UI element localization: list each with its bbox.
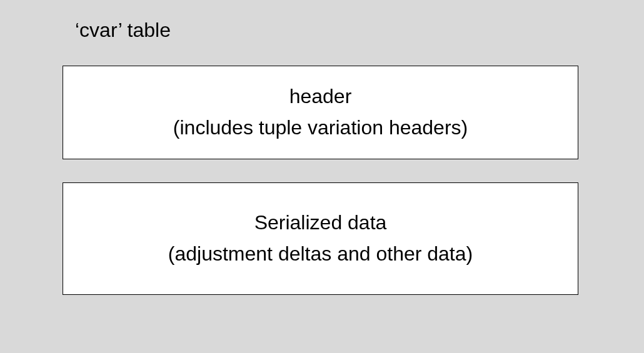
- diagram-title: ‘cvar’ table: [75, 19, 171, 42]
- data-box-line2: (adjustment deltas and other data): [168, 239, 473, 270]
- header-box-line2: (includes tuple variation headers): [173, 112, 468, 144]
- data-box-line1: Serialized data: [254, 207, 387, 239]
- serialized-data-box: Serialized data (adjustment deltas and o…: [63, 182, 578, 295]
- header-box: header (includes tuple variation headers…: [63, 66, 578, 159]
- header-box-line1: header: [289, 81, 352, 112]
